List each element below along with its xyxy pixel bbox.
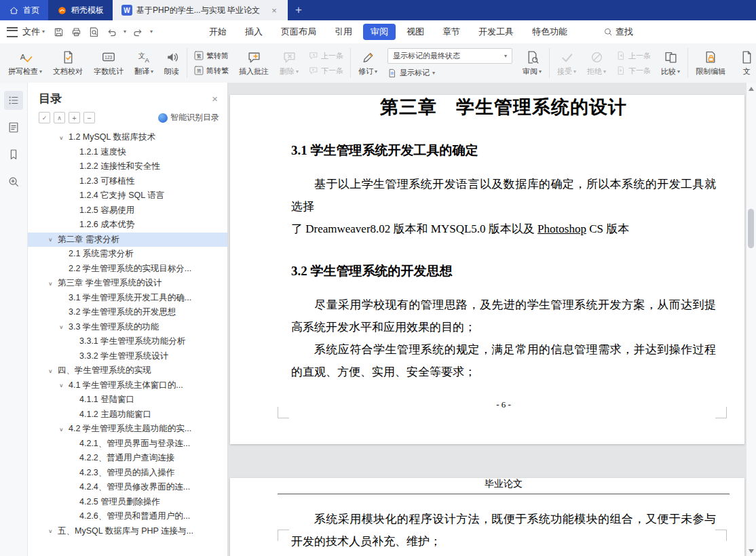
collapse-icon[interactable] [83,112,95,123]
delete-comment-button[interactable]: 删除 [274,45,304,81]
toc-item[interactable]: 4.2.6、管理员和普通用户的... [28,509,227,524]
undo-icon[interactable] [106,26,117,38]
toc-item[interactable]: 1.2.3 可移植性 [28,174,227,189]
markup-state-select[interactable]: 显示标记的最终状态 [388,48,512,64]
close-tab-icon[interactable] [269,5,279,16]
chevron-down-icon[interactable] [48,368,58,374]
expand-icon[interactable] [69,112,80,123]
toc-item[interactable]: 2.2 学生管理系统的实现目标分... [28,262,227,277]
toc-item[interactable]: 4.1 学生管理系统主体窗口的... [28,378,227,393]
reject-button[interactable]: 拒绝 [582,45,611,81]
toc-item[interactable]: 1.2 MySQL 数据库技术 [28,130,227,145]
chevron-down-icon[interactable] [48,237,58,243]
toc-check-icon[interactable] [39,112,50,123]
toc-item[interactable]: 4.1.2 主题功能窗口 [28,408,227,422]
doc-proof-button[interactable]: 文档校对 [48,45,88,81]
spell-check-button[interactable]: A 拼写检查 [3,45,48,81]
to-simplified-button[interactable]: 繁 繁转简 [194,51,229,61]
ribbon-tab[interactable]: 开始 [202,24,234,40]
document-canvas[interactable]: 第三章 学生管理系统的设计 3.1 学生管理系统开发工具的确定 基于以上学生管理… [228,83,746,556]
scroll-down-icon[interactable] [749,549,754,553]
ribbon-tab[interactable]: 特色功能 [525,24,575,40]
toc-item[interactable]: 4.2.3、管理员的插入操作 [28,466,227,481]
restrict-editing-button[interactable]: 限制编辑 [690,45,731,81]
to-traditional-button[interactable]: 简 简转繁 [194,66,229,76]
file-menu-button[interactable]: 文件 [22,26,45,38]
chevron-down-icon[interactable] [59,382,69,389]
toc-item[interactable]: 3.3.1 学生管理系统功能分析 [28,334,227,349]
tab-docer-templates[interactable]: 稻壳模板 [48,0,113,20]
compare-button[interactable]: 比较 [656,45,685,81]
toc-item[interactable]: 1.2.4 它支持 SQL 语言 [28,188,227,203]
show-markup-button[interactable]: 显示标记 [388,68,512,78]
chevron-down-icon[interactable] [59,426,69,433]
previous-change-button[interactable]: 上一条 [616,51,651,61]
print-preview-icon[interactable] [88,26,100,38]
toc-item[interactable]: 1.2.2 连接性和安全性 [28,159,227,174]
toc-item[interactable]: 1.2.6 成本优势 [28,218,227,233]
chevron-down-icon[interactable] [124,29,126,35]
find-button[interactable]: 查找 [603,26,633,38]
zoom-panel-button[interactable] [4,172,23,191]
next-change-button[interactable]: 下一条 [616,66,651,76]
collapse-all-icon[interactable] [54,112,65,123]
toc-item[interactable]: 3.3 学生管理系统的功能 [28,320,227,335]
toc-item[interactable]: 3.1 学生管理系统开发工具的确... [28,291,227,306]
ribbon-tab[interactable]: 章节 [435,24,468,40]
next-comment-button[interactable]: 下一条 [309,66,343,76]
outline-panel-button[interactable] [4,118,23,137]
ribbon-tab[interactable]: 插入 [238,24,270,40]
ribbon-tab[interactable]: 开发工具 [471,24,521,40]
bookmark-panel-button[interactable] [4,145,23,164]
word-count-button[interactable]: 123 字数统计 [88,45,129,81]
close-panel-icon[interactable] [212,93,218,104]
review-button[interactable]: 审阅 [517,45,547,81]
track-changes-button[interactable]: 修订 [353,45,383,81]
toc-item[interactable]: 1.2.5 容易使用 [28,203,227,218]
toc-item[interactable]: 第二章 需求分析 [28,233,227,247]
ribbon-tab[interactable]: 审阅 [363,24,396,40]
ribbon-tab[interactable]: 页面布局 [273,24,324,40]
new-tab-button[interactable] [288,0,309,20]
smart-recognize-button[interactable]: 智能识别目录 [158,112,219,123]
toc-item[interactable]: 3.3.2 学生管理系统设计 [28,349,227,364]
document-page-7[interactable]: 毕业论文 系统采用模块化的程序设计方法，既便于系统功能模块的组合，又便于未参与开… [230,478,744,556]
paragraph-text: CS 版本 [586,222,629,235]
toc-item[interactable]: 第三章 学生管理系统的设计 [28,276,227,291]
toc-item[interactable]: 1.2.1 速度快 [28,145,227,160]
toc-item[interactable]: 2.1 系统需求分析 [28,247,227,262]
accept-button[interactable]: 接受 [552,45,582,81]
hamburger-menu-icon[interactable] [7,27,18,37]
chevron-down-icon[interactable] [59,135,69,141]
chevron-down-icon[interactable] [48,281,58,287]
redo-icon[interactable] [132,26,144,38]
toc-panel-button[interactable] [4,91,23,110]
toc-item[interactable]: 4.1.1 登陆窗口 [28,393,227,408]
insert-comment-button[interactable]: 插入批注 [233,45,274,81]
scrollbar-thumb[interactable] [748,209,754,248]
toc-item[interactable]: 3.2 学生管理系统的开发思想 [28,305,227,320]
chevron-down-icon[interactable] [59,324,69,330]
chevron-down-icon[interactable] [150,29,153,35]
toc-item[interactable]: 4.2.5 管理员删除操作 [28,495,227,510]
chevron-down-icon[interactable] [48,528,58,534]
toc-item[interactable]: 4.2.1、管理员界面与登录连... [28,437,227,452]
save-icon[interactable] [53,26,64,38]
print-icon[interactable] [71,26,82,38]
translate-button[interactable]: 文A 翻译 [129,45,159,81]
toc-item[interactable]: 四、学生管理系统的实现 [28,363,227,378]
read-aloud-button[interactable]: 朗读 [159,45,185,81]
tab-document[interactable]: 基于PHP的学生...与实现 毕业论文 [113,0,288,20]
tab-home[interactable]: 首页 [0,0,48,20]
toc-item[interactable]: 五、MySQL 数据库与 PHP 连接与... [28,524,227,539]
scroll-up-icon[interactable] [749,87,754,91]
document-page-6[interactable]: 第三章 学生管理系统的设计 3.1 学生管理系统开发工具的确定 基于以上学生管理… [230,95,744,444]
ribbon-tab[interactable]: 视图 [399,24,432,40]
previous-comment-button[interactable]: 上一条 [309,51,343,61]
toc-item[interactable]: 4.2.4、管理员修改界面的连... [28,480,227,495]
clipped-ribbon-button[interactable]: 文 [731,45,756,81]
toc-item[interactable]: 4.2.2、普通用户查询连接 [28,451,227,466]
vertical-scrollbar[interactable] [746,83,756,556]
toc-item[interactable]: 4.2 学生管理系统主题功能的实... [28,422,227,437]
ribbon-tab[interactable]: 引用 [327,24,360,40]
